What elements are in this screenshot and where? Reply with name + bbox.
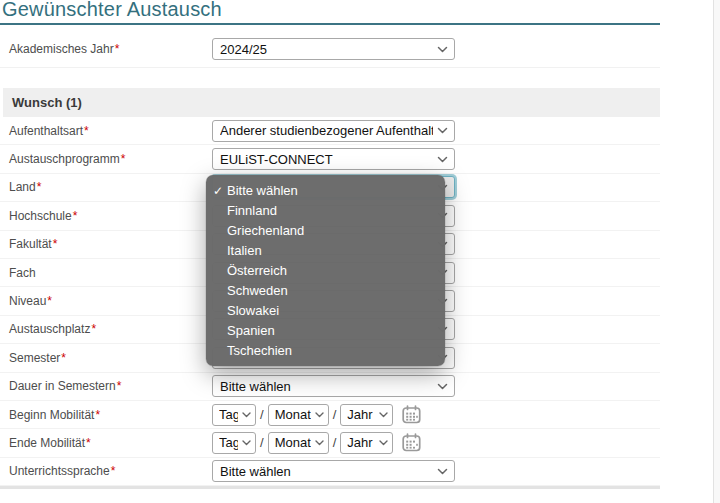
- dropdown-option[interactable]: Griechenland: [206, 221, 445, 241]
- chevron-down-icon: [437, 383, 448, 390]
- chevron-down-icon: [437, 468, 448, 475]
- chevron-down-icon: [437, 156, 448, 163]
- beginn-year-select[interactable]: Jahr: [340, 404, 393, 426]
- dropdown-option[interactable]: Finnland: [206, 201, 445, 221]
- required-asterisk: *: [95, 408, 100, 422]
- akademisches-jahr-select[interactable]: 2024/25: [212, 38, 455, 60]
- beginn-month-select[interactable]: Monat: [268, 404, 329, 426]
- aufenthaltsart-select[interactable]: Anderer studienbezogener Aufenthalt: [212, 120, 455, 142]
- ende-month-select[interactable]: Monat: [268, 432, 329, 454]
- ende-mobilitaet-date-picker: Tag / Monat / Jahr: [212, 432, 421, 454]
- required-asterisk: *: [37, 180, 42, 194]
- page-title: Gewünschter Austausch: [0, 0, 660, 25]
- form-row-aufenthaltsart: Aufenthaltsart* Anderer studienbezogener…: [0, 117, 660, 145]
- unterrichtssprache-select[interactable]: Bitte wählen: [212, 460, 455, 482]
- dropdown-option[interactable]: Tschechien: [206, 341, 445, 361]
- section-bottom-divider: [0, 486, 660, 489]
- date-separator: /: [333, 435, 337, 450]
- chevron-down-icon: [242, 412, 251, 418]
- field-label: Fach: [9, 266, 212, 280]
- ende-day-select[interactable]: Tag: [212, 432, 256, 454]
- chevron-down-icon: [315, 412, 324, 418]
- field-label: Austauschplatz*: [9, 322, 212, 336]
- form-row-dauer: Dauer in Semestern* Bitte wählen: [0, 373, 660, 401]
- chevron-down-icon: [315, 440, 324, 446]
- required-asterisk: *: [111, 464, 116, 478]
- chevron-down-icon: [437, 127, 448, 134]
- field-label: Niveau*: [9, 294, 212, 308]
- required-asterisk: *: [53, 237, 58, 251]
- form-row-unterrichtssprache: Unterrichtssprache* Bitte wählen: [0, 458, 660, 486]
- land-dropdown-menu: ✓Bitte wählen Finnland Griechenland Ital…: [206, 175, 445, 366]
- required-asterisk: *: [84, 124, 89, 138]
- required-asterisk: *: [73, 209, 78, 223]
- chevron-down-icon: [437, 46, 448, 53]
- required-asterisk: *: [117, 379, 122, 393]
- required-asterisk: *: [47, 294, 52, 308]
- required-asterisk: *: [115, 42, 120, 56]
- chevron-down-icon: [379, 440, 388, 446]
- ende-year-select[interactable]: Jahr: [340, 432, 393, 454]
- date-separator: /: [260, 407, 264, 422]
- field-label: Dauer in Semestern*: [9, 379, 212, 393]
- form-row-akademisches-jahr: Akademisches Jahr* 2024/25: [0, 25, 660, 68]
- form-row-beginn-mobilitaet: Beginn Mobilität* Tag / Monat / Jahr: [0, 401, 660, 429]
- section-header-wunsch: Wunsch (1): [3, 88, 660, 117]
- dropdown-option[interactable]: Slowakei: [206, 301, 445, 321]
- form-row-ende-mobilitaet: Ende Mobilität* Tag / Monat / Jahr: [0, 429, 660, 457]
- field-label: Beginn Mobilität*: [9, 408, 212, 422]
- chevron-down-icon: [242, 440, 251, 446]
- field-label: Hochschule*: [9, 209, 212, 223]
- required-asterisk: *: [91, 322, 96, 336]
- required-asterisk: *: [121, 152, 126, 166]
- dropdown-option-selected[interactable]: ✓Bitte wählen: [206, 181, 445, 201]
- form-row-austauschprogramm: Austauschprogramm* EULiST-CONNECT: [0, 145, 660, 173]
- calendar-icon[interactable]: [402, 433, 421, 452]
- dropdown-option[interactable]: Österreich: [206, 261, 445, 281]
- dropdown-option[interactable]: Spanien: [206, 321, 445, 341]
- dropdown-option[interactable]: Italien: [206, 241, 445, 261]
- beginn-mobilitaet-date-picker: Tag / Monat / Jahr: [212, 404, 421, 426]
- dauer-in-semestern-select[interactable]: Bitte wählen: [212, 375, 455, 397]
- required-asterisk: *: [86, 436, 91, 450]
- beginn-day-select[interactable]: Tag: [212, 404, 256, 426]
- exchange-form-page: Gewünschter Austausch Akademisches Jahr*…: [0, 0, 720, 503]
- section-title: Wunsch (1): [12, 95, 82, 110]
- calendar-icon[interactable]: [402, 405, 421, 424]
- field-label: Aufenthaltsart*: [9, 124, 212, 138]
- date-separator: /: [333, 407, 337, 422]
- dropdown-option[interactable]: Schweden: [206, 281, 445, 301]
- field-label: Semester*: [9, 351, 212, 365]
- austauschprogramm-select[interactable]: EULiST-CONNECT: [212, 148, 455, 170]
- chevron-down-icon: [379, 412, 388, 418]
- scrollbar-track[interactable]: [713, 0, 720, 503]
- field-label: Fakultät*: [9, 237, 212, 251]
- field-label: Ende Mobilität*: [9, 436, 212, 450]
- required-asterisk: *: [61, 351, 66, 365]
- field-label: Austauschprogramm*: [9, 152, 212, 166]
- checkmark-icon: ✓: [213, 181, 223, 201]
- field-label: Unterrichtssprache*: [9, 464, 212, 478]
- date-separator: /: [260, 435, 264, 450]
- field-label: Land*: [9, 180, 212, 194]
- field-label: Akademisches Jahr*: [9, 42, 212, 56]
